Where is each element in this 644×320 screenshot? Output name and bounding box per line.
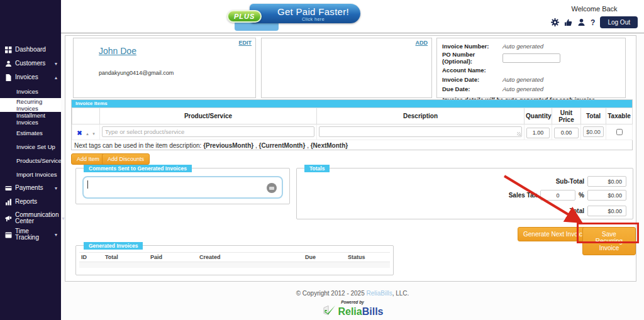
comments-section: Comments Sent to Generated Invoices	[75, 168, 290, 204]
sidebar-subitem-installment-invoices[interactable]: Installment Invoices	[0, 112, 61, 126]
reliabills-logo-icon	[321, 305, 336, 319]
invoice-number-value: Auto generated	[502, 43, 543, 50]
taxable-checkbox[interactable]	[616, 129, 623, 135]
generated-invoices-section: Generated Invoices ID Total Paid Created…	[75, 245, 394, 275]
comments-textarea[interactable]	[82, 176, 283, 199]
sidebar-item-dashboard[interactable]: Dashboard	[0, 43, 61, 57]
sidebar: Dashboard Customers ▾ Invoices ▴ Invoice…	[0, 0, 61, 320]
save-recurring-invoice-button[interactable]: Save Recurring Invoice	[582, 227, 636, 255]
text-cursor	[87, 180, 88, 189]
unit-price-column-header: Unit Price	[552, 108, 581, 124]
sidebar-subitem-estimates[interactable]: Estimates	[0, 126, 61, 140]
customer-name-link[interactable]: John Doe	[99, 46, 136, 56]
sales-tax-rate-input[interactable]	[540, 190, 575, 201]
product-column-header: Product/Service	[100, 108, 317, 124]
generated-invoices-label: Generated Invoices	[84, 242, 143, 250]
add-link[interactable]: ADD	[416, 40, 428, 46]
comments-section-label: Comments Sent to Generated Invoices	[84, 165, 192, 172]
insert-image-icon[interactable]	[267, 183, 277, 193]
generate-next-invoice-button[interactable]: Generate Next Invoice	[518, 227, 592, 241]
move-up-icon[interactable]: ▴	[86, 131, 89, 136]
totals-section: Totals Sub-Total $0.00 Sales Tax % $0.00…	[296, 168, 633, 219]
description-input[interactable]	[319, 126, 522, 137]
chevron-down-icon: ▾	[62, 216, 64, 221]
sidebar-item-invoices[interactable]: Invoices ▴	[0, 70, 61, 84]
app-viewport: Dashboard Customers ▾ Invoices ▴ Invoice…	[0, 0, 644, 320]
welcome-text: Welcome Back	[551, 5, 638, 13]
sidebar-item-label: Invoices	[15, 74, 52, 80]
move-down-icon[interactable]: ▾	[92, 131, 95, 136]
sidebar-item-communication-center[interactable]: Communication Center ▾	[0, 209, 61, 228]
due-date-label: Due Date:	[442, 86, 502, 92]
delete-row-icon[interactable]: ✖	[77, 130, 82, 136]
copyright-suffix: , LLC.	[392, 290, 409, 297]
copyright-text: © Copyright 2012 - 2025 ReliaBills, LLC.	[61, 290, 644, 297]
sidebar-subitem-recurring-invoices[interactable]: Recurring Invoices	[0, 98, 61, 112]
sidebar-item-reports[interactable]: Reports	[0, 195, 61, 209]
copyright-prefix: © Copyright 2012 - 2025	[296, 290, 367, 297]
thumbs-up-icon[interactable]	[564, 18, 572, 26]
invoice-items-section: Invoice Items Product/Service Descriptio…	[71, 99, 633, 150]
dashboard-icon	[5, 47, 12, 53]
percent-sign: %	[579, 192, 584, 199]
add-item-button[interactable]: Add Item	[71, 153, 105, 165]
recurring-invoice-card: EDIT John Doe pandakyung0414@gmail.com A…	[65, 35, 636, 282]
edit-customer-link[interactable]: EDIT	[238, 40, 252, 46]
subtotal-value: $0.00	[587, 176, 626, 187]
powered-by-text: Powered by	[61, 300, 644, 304]
reliabills-logo[interactable]: ReliaBills	[61, 305, 644, 319]
invoice-item-row: ✖ ▴ ▾ Type or select product/service	[72, 124, 633, 140]
due-date-value: Auto generated	[502, 86, 543, 92]
subtotal-label: Sub-Total	[556, 178, 584, 185]
customer-email: pandakyung0414@gmail.com	[99, 70, 174, 76]
invoice-items-header: Invoice Items	[72, 100, 632, 108]
product-service-input[interactable]: Type or select product/service	[102, 126, 314, 137]
chevron-down-icon: ▾	[55, 232, 57, 238]
plus-badge: PLUS	[227, 10, 262, 23]
sidebar-item-label: Customers	[15, 60, 52, 67]
sidebar-subitem-invoices[interactable]: Invoices	[0, 84, 61, 98]
communication-icon	[5, 215, 12, 222]
sidebar-item-label: Reports	[15, 199, 57, 205]
po-number-input[interactable]	[502, 53, 560, 63]
gear-icon[interactable]	[551, 18, 559, 26]
add-discounts-button[interactable]: Add Discounts	[102, 153, 150, 165]
sidebar-item-time-tracking[interactable]: Time Tracking ▾	[0, 228, 61, 241]
sidebar-subitem-products-services[interactable]: Products/Services	[0, 153, 61, 167]
unit-price-input[interactable]	[554, 128, 579, 138]
time-tracking-icon	[5, 231, 12, 238]
invoice-number-label: Invoice Number:	[442, 43, 502, 50]
gen-id-header: ID	[79, 253, 103, 262]
recipients-panel: ADD	[261, 38, 432, 98]
banner-body[interactable]: Get Paid Faster! Click here	[250, 4, 360, 23]
tag-next-month: {NextMonth}	[311, 142, 348, 149]
invoice-date-label: Invoice Date:	[442, 76, 502, 83]
invoice-items-table: Product/Service Description Quantity Uni…	[72, 108, 633, 140]
row-total-value: $0.00	[583, 126, 604, 137]
sidebar-item-customers[interactable]: Customers ▾	[0, 57, 61, 70]
reports-icon	[5, 199, 12, 206]
invoice-details-panel: Invoice Number: Auto generated PO Number…	[436, 38, 626, 98]
sidebar-item-label: Time Tracking	[15, 228, 52, 241]
logout-button[interactable]: Log Out	[600, 16, 638, 28]
po-number-label: PO Number (Optional):	[442, 51, 502, 65]
quantity-column-header: Quantity	[525, 108, 552, 124]
total-value: $0.00	[587, 206, 626, 216]
sidebar-subitem-import-invoices[interactable]: Import Invoices	[0, 167, 61, 181]
help-icon[interactable]: ?	[591, 18, 595, 27]
sidebar-subitem-invoice-set-up[interactable]: Invoice Set Up	[0, 140, 61, 153]
sidebar-item-payments[interactable]: Payments ▾	[0, 181, 61, 195]
reliabills-link[interactable]: ReliaBills	[367, 290, 392, 297]
gen-total-header: Total	[103, 253, 148, 262]
logo-bills-text: Bills	[362, 306, 384, 317]
quantity-input[interactable]	[526, 128, 550, 138]
actions-column-header	[72, 108, 100, 124]
banner-click-here[interactable]: Click here	[277, 17, 349, 21]
get-paid-faster-banner[interactable]: PLUS Get Paid Faster! Click here	[232, 4, 360, 30]
total-column-header: Total	[581, 108, 606, 124]
total-label: Total	[570, 207, 584, 214]
user-icon[interactable]	[577, 18, 586, 26]
account-area: Welcome Back ? Log Out	[551, 5, 638, 28]
customers-icon	[5, 60, 12, 67]
resize-grip-icon	[517, 132, 521, 136]
